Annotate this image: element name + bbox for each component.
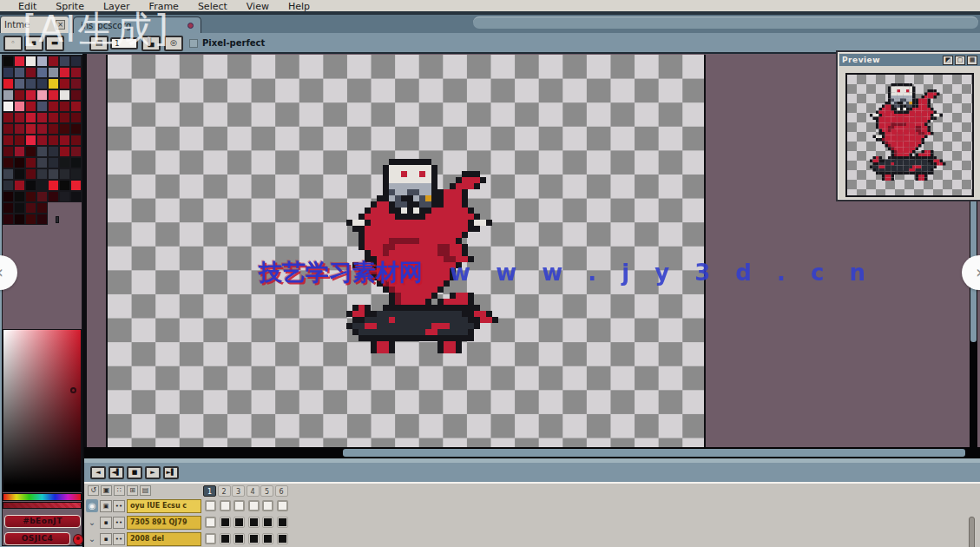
layer-eye-icon[interactable]: ▪	[100, 517, 112, 529]
last-frame-button[interactable]: ►▌	[163, 466, 179, 479]
palette-swatch[interactable]	[25, 180, 36, 191]
palette-swatch[interactable]	[3, 56, 14, 67]
palette-swatch[interactable]	[14, 89, 25, 101]
picker-button-1[interactable]: #bEonJT	[4, 515, 81, 528]
frame-cell[interactable]	[277, 500, 288, 511]
layer-row[interactable]: ⌄▪••7305 891 QJ79	[84, 515, 449, 531]
palette-swatch[interactable]	[36, 123, 48, 135]
palette-swatch[interactable]	[36, 112, 48, 123]
palette-swatch[interactable]	[14, 56, 25, 67]
menu-select[interactable]: Select	[188, 1, 237, 12]
preview-popout-icon[interactable]: ◩	[943, 56, 953, 65]
pixel-perfect-checkbox[interactable]	[189, 39, 198, 48]
palette-swatch[interactable]	[25, 157, 36, 168]
picker-button-2[interactable]: OSJIC4	[4, 532, 70, 545]
palette-swatch[interactable]	[36, 157, 48, 168]
timeline-header-icon[interactable]: ▤	[140, 485, 151, 496]
palette-swatch[interactable]	[59, 123, 70, 135]
palette-swatch[interactable]	[36, 78, 48, 89]
palette-swatch[interactable]	[3, 101, 14, 112]
record-badge-icon[interactable]	[73, 534, 83, 545]
frame-cell[interactable]	[262, 533, 273, 544]
palette-swatch[interactable]	[25, 168, 36, 180]
palette-swatch[interactable]	[48, 78, 59, 89]
palette-swatch[interactable]	[3, 123, 14, 135]
palette-swatch[interactable]	[3, 214, 14, 225]
palette-swatch[interactable]	[70, 101, 82, 112]
palette-swatch[interactable]	[59, 191, 70, 202]
layer-eye-icon[interactable]: ▪	[100, 533, 112, 545]
preview-titlebar[interactable]: Preview ◩ ▢ ▦	[839, 54, 980, 66]
frame-cell[interactable]	[220, 533, 231, 544]
preview-options-icon[interactable]: ▢	[955, 56, 965, 65]
palette-swatch[interactable]	[25, 112, 36, 123]
alpha-slider[interactable]	[3, 502, 82, 509]
sprite-pixel-art[interactable]	[346, 159, 504, 353]
palette-swatch[interactable]	[36, 89, 48, 101]
frame-cell[interactable]	[233, 500, 245, 511]
prev-frame-button[interactable]: ◄▌	[109, 466, 124, 479]
layer-row[interactable]: ⌄▪••2008 del	[84, 531, 449, 547]
palette-swatch[interactable]	[36, 146, 48, 157]
palette-swatch[interactable]	[14, 168, 25, 180]
frame-cell[interactable]	[277, 533, 288, 544]
palette-swatch[interactable]	[3, 202, 14, 214]
palette-swatch[interactable]	[70, 146, 82, 157]
palette-swatch[interactable]	[14, 157, 25, 168]
timeline-vscrollbar[interactable]	[969, 517, 975, 547]
palette-swatch[interactable]	[59, 89, 70, 101]
palette-swatch[interactable]	[3, 146, 14, 157]
palette-swatch[interactable]	[14, 191, 25, 202]
palette-swatch[interactable]	[36, 67, 48, 78]
palette-swatch[interactable]	[3, 67, 14, 78]
timeline-header-icon[interactable]: ∷	[114, 485, 125, 496]
palette-swatch[interactable]	[25, 123, 36, 135]
menu-help[interactable]: Help	[279, 1, 319, 12]
timeline-header-icon[interactable]: ▣	[101, 485, 112, 496]
palette-swatch[interactable]	[59, 135, 70, 146]
layer-name[interactable]: 2008 del	[127, 532, 201, 546]
palette-swatch[interactable]	[25, 214, 36, 225]
palette-swatch[interactable]	[3, 135, 14, 146]
layer-expand-icon[interactable]: ⌄	[86, 532, 98, 545]
palette-swatch[interactable]	[25, 146, 36, 157]
palette-swatch[interactable]	[70, 191, 82, 202]
layer-expand-icon[interactable]: ◉	[86, 499, 98, 512]
layer-row[interactable]: ◉▣••oyu IUE Ecsu c	[84, 498, 449, 515]
palette-swatch[interactable]	[70, 123, 82, 135]
palette-swatch[interactable]	[3, 180, 14, 191]
palette-swatch[interactable]	[59, 78, 70, 89]
play-button[interactable]: ►	[145, 466, 161, 479]
preview-canvas[interactable]	[845, 73, 974, 197]
frame-cell[interactable]	[262, 517, 273, 528]
palette-swatch[interactable]	[14, 146, 25, 157]
frame-cell[interactable]	[248, 533, 260, 544]
palette-swatch[interactable]	[70, 56, 82, 67]
palette-swatch[interactable]	[70, 180, 82, 191]
palette-swatch[interactable]	[48, 191, 59, 202]
frame-number-1[interactable]: 1	[203, 485, 216, 497]
frame-cell[interactable]	[220, 517, 231, 528]
first-frame-button[interactable]: ◄	[90, 466, 106, 479]
palette-swatch[interactable]	[3, 112, 14, 123]
palette-swatch[interactable]	[25, 67, 36, 78]
palette-swatch[interactable]	[59, 67, 70, 78]
palette-swatch[interactable]	[36, 56, 48, 67]
palette-swatch[interactable]	[59, 56, 70, 67]
palette-swatch[interactable]	[36, 202, 48, 214]
palette-swatch[interactable]	[48, 168, 59, 180]
layer-lock-icon[interactable]: ••	[113, 500, 125, 512]
palette-swatch[interactable]	[59, 157, 70, 168]
palette-swatch[interactable]	[3, 191, 14, 202]
frame-cell[interactable]	[205, 533, 216, 544]
frame-cell[interactable]	[248, 500, 260, 511]
color-gradient-picker[interactable]	[3, 329, 82, 492]
palette-swatch[interactable]	[48, 146, 59, 157]
palette-swatch[interactable]	[59, 180, 70, 191]
palette-swatch[interactable]	[3, 168, 14, 180]
layer-expand-icon[interactable]: ⌄	[86, 516, 98, 529]
palette-swatch[interactable]	[59, 146, 70, 157]
palette-swatch[interactable]	[59, 101, 70, 112]
palette-swatch[interactable]	[48, 135, 59, 146]
palette-swatch[interactable]	[3, 89, 14, 101]
